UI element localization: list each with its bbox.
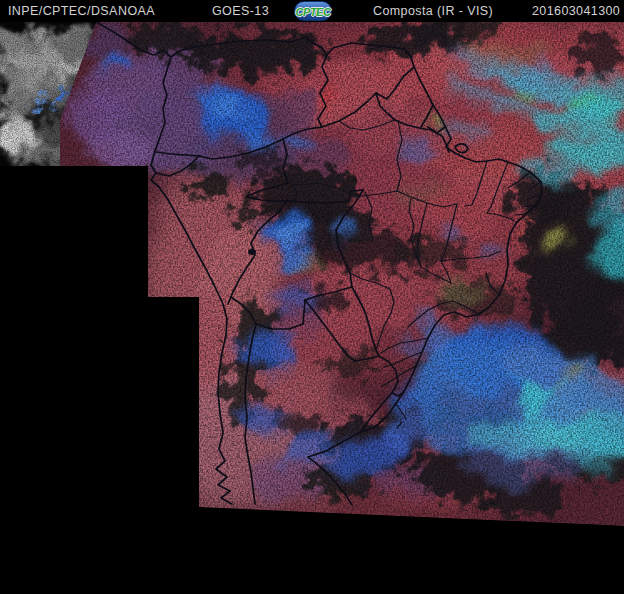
timestamp-label: 201603041300 [532,4,620,18]
cptec-logo-text: CPTEC [296,6,331,18]
lake-titicaca [248,249,256,255]
product-label: Composta (IR - VIS) [373,4,493,18]
satellite-image [0,0,624,594]
goes13-composite-svg [0,0,624,594]
satellite-label: GOES-13 [212,4,269,18]
satellite-viewer-window: INPE/CPTEC/DSA NOAA GOES-13 CPTEC Compos… [0,0,624,594]
title-bar: INPE/CPTEC/DSA NOAA GOES-13 CPTEC Compos… [0,0,624,22]
agency-label: INPE/CPTEC/DSA [8,4,118,18]
cptec-logo: CPTEC [294,1,332,21]
network-label: NOAA [118,4,155,18]
